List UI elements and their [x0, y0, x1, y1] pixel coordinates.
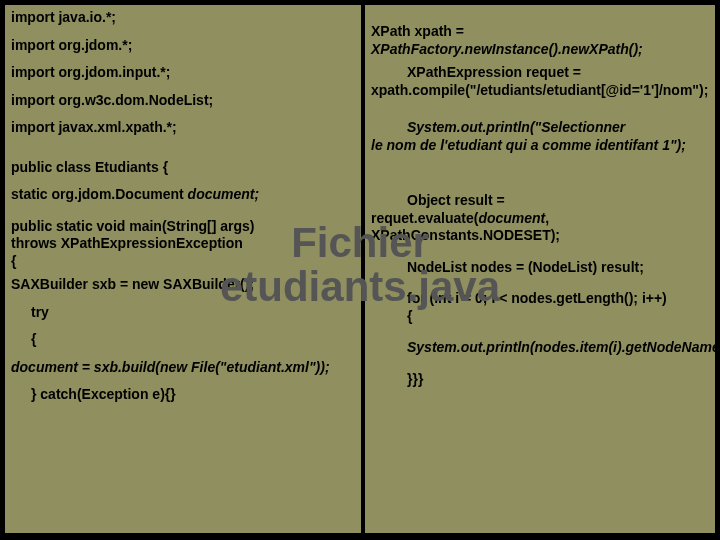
open-brace: { — [11, 331, 355, 349]
static-pre: static org.jdom.Document — [11, 186, 188, 202]
main-sig: public static void main(String[] args) t… — [11, 218, 355, 271]
main-line2: throws XPathExpressionException — [11, 235, 243, 251]
try-kw: try — [11, 304, 355, 322]
sop1b: le nom de l'etudiant qui a comme identif… — [371, 137, 686, 153]
build-call: document = sxb.build(new File("etudiant.… — [11, 359, 355, 377]
import-line: import org.w3c.dom.NodeList; — [11, 92, 355, 110]
sop1a: System.out.println("Selectionner — [371, 119, 625, 137]
for-loop: for (int i = 0; i < nodes.getLength(); i… — [371, 290, 709, 325]
import-line: import java.io.*; — [11, 9, 355, 27]
class-decl: public class Etudiants { — [11, 159, 355, 177]
close: }}} — [371, 371, 423, 389]
xp-line1: XPath xpath = — [371, 23, 464, 39]
import-line: import org.jdom.input.*; — [11, 64, 355, 82]
res1: Object result = — [371, 192, 505, 210]
main-line1: public static void main(String[] args) — [11, 218, 254, 234]
for1: for (int i = 0; i < nodes.getLength(); i… — [371, 290, 667, 308]
res2a: requet.evaluate( — [371, 210, 478, 226]
import-line: import org.jdom.*; — [11, 37, 355, 55]
import-line: import javax.xml.xpath.*; — [11, 119, 355, 137]
main-line3: { — [11, 253, 16, 269]
xpath-decl: XPath xpath = XPathFactory.newInstance()… — [371, 23, 709, 58]
for2: { — [371, 308, 412, 326]
sysout-msg: System.out.println("Selectionner le nom … — [371, 119, 709, 154]
right-code-column: XPath xpath = XPathFactory.newInstance()… — [364, 4, 716, 534]
closing-braces: }}} — [371, 371, 709, 389]
xp-line2a: XPathExpression requet = — [371, 64, 581, 82]
saxbuilder-line: SAXBuilder sxb = new SAXBuilder(); — [11, 276, 355, 294]
xp-line1b: XPathFactory.newInstance().newXPath(); — [371, 41, 643, 57]
xp-line2b: xpath.compile("/etudiants/etudiant[@id='… — [371, 82, 708, 98]
static-doc: static org.jdom.Document document; — [11, 186, 355, 204]
document-var: document; — [188, 186, 260, 202]
slide-root: import java.io.*; import org.jdom.*; imp… — [0, 0, 720, 540]
result-eval: Object result = requet.evaluate(document… — [371, 192, 709, 245]
catch-line: } catch(Exception e){} — [11, 386, 355, 404]
nodelist-line: NodeList nodes = (NodeList) result; — [371, 259, 709, 277]
res2b: document — [478, 210, 545, 226]
sop2: System.out.println(nodes.item(i).getNode… — [371, 339, 720, 357]
left-code-column: import java.io.*; import org.jdom.*; imp… — [4, 4, 362, 534]
xpath-expr: XPathExpression requet = xpath.compile("… — [371, 64, 709, 99]
sysout-node: System.out.println(nodes.item(i).getNode… — [371, 339, 709, 357]
nodes: NodeList nodes = (NodeList) result; — [371, 259, 644, 277]
